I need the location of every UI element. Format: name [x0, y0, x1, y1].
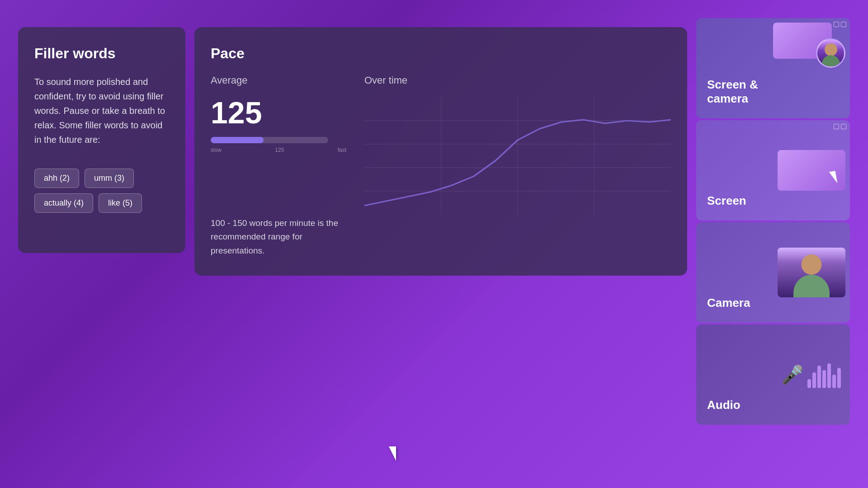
pace-bar-fill [211, 137, 264, 143]
window-controls-screen [834, 124, 846, 129]
audio-bar-7 [837, 368, 841, 388]
over-time-label: Over time [364, 75, 671, 86]
filler-tag-actually: actually (4) [34, 193, 93, 213]
filler-words-card: Filler words To sound more polished and … [18, 27, 185, 253]
microphone-icon: 🎤 [781, 364, 804, 385]
main-layout: Filler words To sound more polished and … [0, 0, 868, 488]
pace-over-time-section: Over time [364, 75, 671, 258]
camera-thumb-preview [816, 38, 845, 68]
pace-card: Pace Average 125 slow 125 fast 100 - 150… [194, 27, 687, 276]
audio-waveform [807, 361, 841, 388]
screen-camera-label: Screen & camera [707, 78, 758, 106]
audio-preview: 🎤 [778, 354, 845, 395]
right-panel: Screen & camera Screen [696, 18, 850, 425]
pace-average-value: 125 [211, 97, 346, 128]
screen-camera-preview [773, 23, 845, 68]
maximize-btn-screen [841, 124, 846, 129]
screen-cursor-icon [830, 171, 836, 184]
camera-label: Camera [707, 296, 750, 310]
cam-body [793, 275, 830, 297]
mode-audio[interactable]: Audio 🎤 [696, 324, 850, 425]
filler-tag-ahh: ahh (2) [34, 169, 79, 188]
bar-label-fast: fast [338, 147, 346, 153]
audio-bar-4 [822, 370, 826, 388]
avatar-head-1 [825, 43, 837, 56]
pace-chart [364, 97, 671, 215]
pace-bar [211, 137, 328, 143]
screen-label: Screen [707, 194, 746, 208]
pace-chart-svg [364, 97, 671, 215]
pace-inner: Average 125 slow 125 fast 100 - 150 word… [211, 75, 671, 258]
pace-title: Pace [211, 45, 671, 62]
mode-screen-camera[interactable]: Screen & camera [696, 18, 850, 118]
avatar-person-1 [817, 40, 844, 66]
filler-tags-container: ahh (2) umm (3) actually (4) like (5) [34, 169, 169, 213]
bar-label-mid: 125 [275, 147, 284, 153]
mode-camera[interactable]: Camera [696, 222, 850, 323]
minimize-btn-screen [834, 124, 839, 129]
filler-words-title: Filler words [34, 45, 169, 62]
filler-tag-like: like (5) [99, 193, 142, 213]
mode-screen[interactable]: Screen [696, 120, 850, 221]
filler-tag-umm: umm (3) [85, 169, 134, 188]
filler-words-description: To sound more polished and confident, tr… [34, 75, 169, 147]
bar-label-slow: slow [211, 147, 222, 153]
audio-bar-1 [807, 379, 811, 388]
audio-bar-3 [817, 366, 821, 388]
pace-recommendation: 100 - 150 words per minute is the recomm… [211, 216, 346, 258]
camera-avatar [778, 248, 845, 297]
audio-label: Audio [707, 398, 741, 412]
audio-bar-2 [812, 372, 816, 388]
pace-average-section: Average 125 slow 125 fast 100 - 150 word… [211, 75, 346, 258]
average-label: Average [211, 75, 346, 86]
pace-bar-labels: slow 125 fast [211, 147, 346, 153]
screen-only-preview [778, 150, 845, 191]
audio-bar-5 [827, 363, 831, 388]
avatar-body-1 [822, 55, 840, 66]
cam-head [802, 254, 822, 275]
camera-only-preview [778, 248, 845, 297]
audio-bar-6 [832, 375, 836, 388]
